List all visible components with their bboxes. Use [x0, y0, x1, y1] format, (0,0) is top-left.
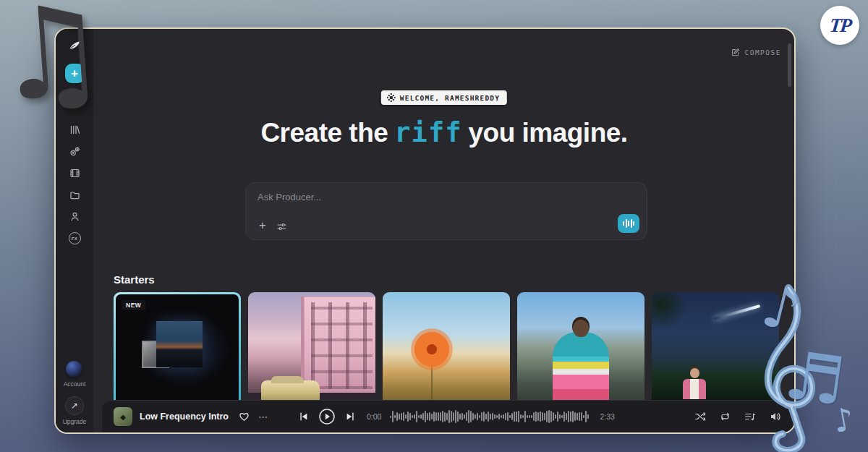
page-background: + FX Acco [0, 0, 868, 452]
starter-card-night-guitar[interactable]: NEW [114, 292, 241, 409]
title-highlight: riff [394, 117, 461, 148]
track-album-art[interactable]: ◆ [114, 407, 132, 426]
compose-button[interactable]: COMPOSE [731, 48, 781, 57]
skip-forward-icon[interactable] [345, 412, 355, 422]
sessions-icon[interactable] [69, 145, 81, 158]
projects-folder-icon[interactable] [69, 189, 81, 201]
profile-icon[interactable] [69, 210, 81, 223]
sidebar-nav: FX [69, 124, 81, 244]
starters-heading: Starters [114, 273, 155, 286]
starter-card-orange-flower[interactable] [383, 292, 510, 409]
decorative-music-note: ♫ [0, 0, 113, 130]
account-avatar[interactable] [66, 361, 82, 378]
total-duration: 2:33 [600, 412, 614, 421]
compose-icon [731, 48, 740, 57]
scrollbar-thumb[interactable] [788, 43, 791, 87]
card-album-art [156, 321, 203, 367]
transport-controls [299, 408, 355, 425]
pixel-badge-icon [387, 93, 396, 102]
play-button[interactable] [318, 408, 336, 425]
fx-icon[interactable]: FX [69, 232, 81, 244]
player-waveform[interactable] [390, 409, 591, 425]
more-options-icon[interactable]: ⋯ [258, 412, 268, 422]
sidebar-bottom: Account ↗ Upgrade [63, 361, 87, 425]
starter-card-pink-house[interactable] [248, 292, 375, 409]
starter-card-windbreaker[interactable] [517, 292, 644, 409]
player-bar: ◆ Low Frequency Intro ⋯ 0:00 2:33 [102, 400, 794, 432]
upgrade-label: Upgrade [63, 418, 87, 425]
techpp-logo-text: TP [828, 14, 851, 37]
elapsed-time: 0:00 [367, 412, 381, 421]
track-title: Low Frequency Intro [140, 412, 229, 422]
voice-waveform-button[interactable] [618, 214, 639, 233]
app-window: + FX Acco [54, 27, 796, 434]
library-icon[interactable] [69, 124, 81, 136]
upgrade-button[interactable]: ↗ [65, 396, 84, 415]
attach-plus-icon[interactable]: + [256, 219, 269, 232]
welcome-badge: WELCOME, RAMESHREDDY [381, 90, 507, 105]
like-heart-icon[interactable] [239, 412, 250, 422]
starters-card-row: NEW [114, 292, 779, 409]
compose-label: COMPOSE [744, 48, 781, 56]
shuffle-icon[interactable] [694, 412, 706, 422]
new-badge: NEW [122, 300, 145, 310]
repeat-icon[interactable] [720, 412, 731, 422]
video-icon[interactable] [69, 167, 81, 179]
page-title: Create theriffyou imagine. [93, 117, 795, 148]
settings-sliders-icon[interactable] [276, 221, 287, 232]
techpp-logo: TP [820, 6, 859, 45]
prompt-box: + [245, 182, 647, 240]
account-label: Account [64, 380, 86, 388]
welcome-text: WELCOME, RAMESHREDDY [400, 94, 500, 102]
prompt-input[interactable] [258, 192, 547, 202]
skip-back-icon[interactable] [299, 412, 309, 422]
